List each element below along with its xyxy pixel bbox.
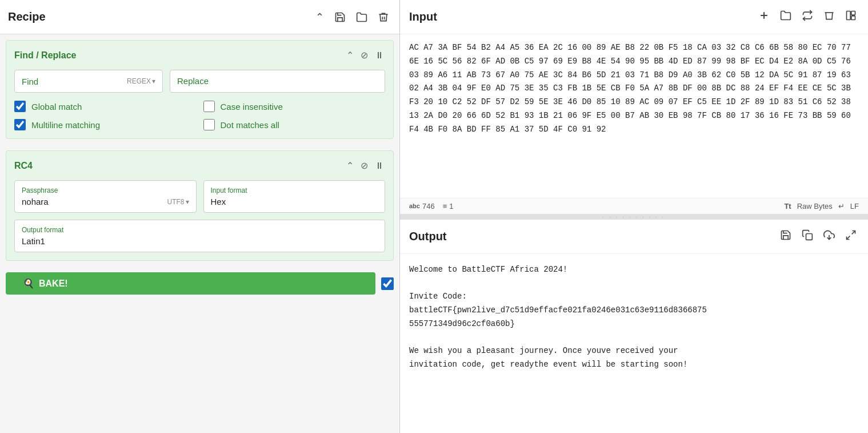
output-copy-btn[interactable] [799, 227, 815, 246]
output-display: Welcome to BattleCTF Africa 2024! Invite… [400, 254, 868, 434]
multiline-item[interactable]: Multiline matching [14, 119, 197, 130]
input-format-value: Hex [211, 197, 226, 206]
case-insensitive-checkbox[interactable] [203, 101, 215, 112]
multiline-checkbox[interactable] [14, 119, 26, 130]
dot-matches-checkbox[interactable] [203, 119, 215, 130]
case-insensitive-label: Case insensitive [221, 102, 283, 112]
rc4-disable-btn[interactable]: ⊘ [359, 159, 369, 172]
input-add-btn[interactable] [756, 7, 772, 26]
output-save-btn[interactable] [778, 227, 794, 246]
output-section: Output Welcome to BattleCTF Africa 2024!… [400, 220, 868, 434]
hex-display[interactable]: AC A7 3A BF 54 B2 A4 A5 36 EA 2C 16 00 8… [400, 34, 868, 198]
panel-divider[interactable]: · · · · · · · · · · [400, 215, 868, 220]
output-toolbar [778, 227, 859, 246]
output-format-label: Output format [22, 226, 378, 234]
auto-bake-checkbox[interactable] [381, 277, 394, 290]
passphrase-box[interactable]: Passphrase nohara UTF8 ▾ [14, 180, 197, 213]
replace-label: Replace [177, 76, 209, 86]
input-toolbar [756, 7, 859, 26]
abc-icon: abc [409, 202, 420, 209]
lines-label: ≡ 1 [443, 202, 454, 210]
multiline-label: Multiline matching [31, 120, 100, 130]
find-box[interactable]: Find REGEX ▾ [14, 70, 163, 93]
svg-rect-3 [851, 11, 855, 15]
rc4-pause-btn[interactable]: ⏸ [374, 160, 385, 172]
find-replace-header: Find / Replace ⌃ ⊘ ⏸ [14, 49, 385, 62]
rc4-fields: Passphrase nohara UTF8 ▾ Input format He… [14, 180, 385, 213]
passphrase-label: Passphrase [22, 186, 189, 194]
output-format-value: Latin1 [22, 236, 45, 246]
find-replace-icons: ⌃ ⊘ ⏸ [345, 49, 385, 62]
recipe-save-btn[interactable] [332, 9, 348, 25]
output-format-box[interactable]: Output format Latin1 [14, 220, 385, 252]
svg-rect-5 [806, 233, 813, 240]
replace-box[interactable]: Replace [170, 70, 385, 93]
find-replace-disable-btn[interactable]: ⊘ [359, 49, 369, 62]
lf-label: LF [850, 202, 859, 210]
bake-button[interactable]: 🍳 BAKE! [6, 272, 375, 295]
recipe-title: Recipe [8, 10, 313, 23]
char-count-label: abc 746 [409, 202, 435, 210]
find-replace-block: Find / Replace ⌃ ⊘ ⏸ Find REGEX ▾ Replac… [6, 40, 394, 139]
input-delete-btn[interactable] [821, 7, 837, 26]
recipe-collapse-btn[interactable]: ⌃ [313, 9, 326, 26]
rc4-title: RC4 [14, 161, 345, 171]
find-replace-collapse-btn[interactable]: ⌃ [345, 49, 355, 62]
regex-dropdown-btn[interactable]: REGEX ▾ [127, 77, 155, 85]
lines-count: 1 [449, 202, 453, 210]
output-title: Output [409, 230, 778, 243]
recipe-delete-btn[interactable] [375, 9, 391, 25]
rc4-block: RC4 ⌃ ⊘ ⏸ Passphrase nohara UTF8 ▾ Input [6, 150, 394, 261]
arrow-icon: ↵ [838, 202, 845, 210]
rc4-collapse-btn[interactable]: ⌃ [345, 159, 355, 172]
rc4-header: RC4 ⌃ ⊘ ⏸ [14, 159, 385, 172]
raw-bytes-label: Raw Bytes [797, 202, 833, 210]
svg-line-7 [852, 231, 855, 234]
input-format-content: Hex [211, 197, 378, 206]
passphrase-format-dropdown[interactable]: UTF8 ▾ [167, 198, 189, 206]
tt-icon: Tt [784, 202, 791, 210]
find-label: Find [22, 77, 38, 86]
global-match-item[interactable]: Global match [14, 101, 197, 112]
lines-icon: ≡ [443, 202, 447, 210]
case-insensitive-item[interactable]: Case insensitive [203, 101, 386, 112]
passphrase-value: nohara [22, 197, 49, 206]
find-replace-pause-btn[interactable]: ⏸ [374, 49, 385, 62]
svg-rect-4 [851, 16, 855, 20]
passphrase-content: nohara UTF8 ▾ [22, 197, 189, 206]
rc4-icons: ⌃ ⊘ ⏸ [345, 159, 385, 172]
recipe-open-btn[interactable] [354, 9, 370, 25]
input-section: Input AC A7 3A BF 54 B2 A4 A5 3 [400, 0, 868, 215]
dot-matches-item[interactable]: Dot matches all [203, 119, 386, 130]
input-header: Input [400, 0, 868, 34]
input-footer: abc 746 ≡ 1 Tt Raw Bytes ↵ LF [400, 198, 868, 214]
char-count: 746 [422, 202, 435, 210]
output-export-btn[interactable] [821, 227, 837, 246]
find-replace-inputs: Find REGEX ▾ Replace [14, 70, 385, 93]
input-import-btn[interactable] [799, 7, 815, 26]
left-panel: Recipe ⌃ Find / Replace ⌃ ⊘ ⏸ [0, 0, 400, 433]
svg-rect-2 [847, 11, 851, 20]
recipe-toolbar: ⌃ [313, 9, 391, 26]
input-format-box[interactable]: Input format Hex [203, 180, 386, 213]
input-file-btn[interactable] [778, 7, 794, 26]
svg-line-8 [847, 236, 850, 239]
output-fullscreen-btn[interactable] [843, 227, 859, 246]
right-panel: Input AC A7 3A BF 54 B2 A4 A5 3 [400, 0, 868, 433]
bake-area: 🍳 BAKE! [6, 272, 394, 295]
input-title: Input [409, 10, 756, 23]
find-replace-title: Find / Replace [14, 50, 345, 61]
checkboxes-row: Global match Case insensitive Multiline … [14, 101, 385, 130]
global-match-label: Global match [31, 102, 82, 112]
footer-right: Tt Raw Bytes ↵ LF [784, 202, 859, 210]
input-layout-btn[interactable] [843, 7, 859, 26]
output-format-content: Latin1 [22, 236, 378, 246]
recipe-header: Recipe ⌃ [0, 0, 399, 34]
input-format-label: Input format [211, 186, 378, 194]
global-match-checkbox[interactable] [14, 101, 26, 112]
output-header: Output [400, 220, 868, 254]
dot-matches-label: Dot matches all [221, 120, 279, 130]
